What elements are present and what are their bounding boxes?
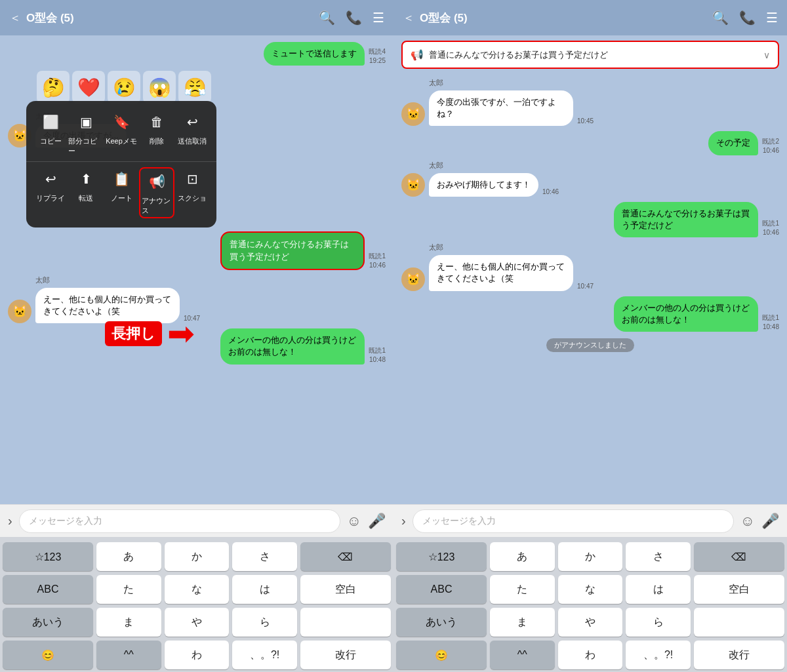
long-press-label: 長押し xyxy=(105,321,162,346)
key-r-punct[interactable]: 、。?! xyxy=(626,641,691,669)
expand-button-right[interactable]: › xyxy=(401,513,406,528)
table-row: 既読1 10:48 メンバーの他の人の分は買うけどお前のは無しな！ xyxy=(401,296,779,332)
key-na[interactable]: な xyxy=(165,575,230,604)
key-backspace[interactable]: ⌫ xyxy=(300,542,391,571)
bubble: その予定 xyxy=(708,131,758,155)
mic-button-right[interactable]: 🎤 xyxy=(761,513,779,530)
ctx-keep[interactable]: 🔖 Keepメモ xyxy=(104,110,139,156)
key-r-aiu[interactable]: あいう xyxy=(396,608,487,637)
announce-bar-text: 普通にみんなで分けるお菓子は買う予定だけど xyxy=(429,49,758,61)
key-abc[interactable]: ABC xyxy=(3,575,93,604)
ctx-forward[interactable]: ⬆ 転送 xyxy=(68,167,104,218)
phone-icon-right[interactable]: 📞 xyxy=(739,10,756,26)
msg-meta: 既読1 10:48 xyxy=(762,313,779,332)
key-enter-placeholder[interactable] xyxy=(300,608,391,637)
key-ha[interactable]: は xyxy=(232,575,297,604)
right-keyboard: ☆123 あ か さ ⌫ ABC た な は 空白 あいう ま や ら 😊 ^^… xyxy=(394,537,787,672)
msg-meta: 既読1 10:48 xyxy=(369,346,386,365)
key-r-a[interactable]: あ xyxy=(490,542,555,571)
table-row: 🐱 太郎 えー、他にも個人的に何か買ってきてくださいよ（笑 10:47 xyxy=(8,275,386,323)
right-input-bar: › メッセージを入力 ☺ 🎤 xyxy=(394,504,787,537)
key-r-space[interactable]: 空白 xyxy=(694,575,784,604)
announce-bar[interactable]: 📢 普通にみんなで分けるお菓子は買う予定だけど ∨ xyxy=(401,41,779,69)
ctx-screenshot[interactable]: ⊡ スクショ xyxy=(174,167,210,218)
key-r-na[interactable]: な xyxy=(558,575,623,604)
key-r-ka[interactable]: か xyxy=(558,542,623,571)
key-ta[interactable]: た xyxy=(96,575,161,604)
sticker: 😤 xyxy=(178,71,211,104)
bubble: 今度の出張ですが、一泊ですよね？ xyxy=(429,90,573,126)
key-r-123[interactable]: ☆123 xyxy=(396,542,487,571)
table-row: 既読2 10:46 その予定 xyxy=(401,131,779,155)
key-r-enter[interactable]: 改行 xyxy=(694,641,784,669)
menu-icon[interactable]: ☰ xyxy=(373,10,384,26)
key-space[interactable]: 空白 xyxy=(300,575,391,604)
key-r-ta[interactable]: た xyxy=(490,575,555,604)
key-r-wa[interactable]: わ xyxy=(558,641,623,669)
key-aiu[interactable]: あいう xyxy=(3,608,93,637)
key-123[interactable]: ☆123 xyxy=(3,542,93,571)
table-row: 🐱 太郎 おみやげ期待してます！ 10:46 xyxy=(401,161,779,197)
kb-row-1: ☆123 あ か さ ⌫ xyxy=(3,542,391,571)
ctx-unsend[interactable]: ↩ 送信取消 xyxy=(174,110,210,156)
back-button[interactable]: ＜ xyxy=(9,10,21,26)
ctx-note[interactable]: 📋 ノート xyxy=(104,167,139,218)
mic-button[interactable]: 🎤 xyxy=(368,513,386,530)
note-icon: 📋 xyxy=(110,167,133,191)
key-r-ya[interactable]: や xyxy=(558,608,623,637)
key-ka[interactable]: か xyxy=(165,542,230,571)
menu-icon-right[interactable]: ☰ xyxy=(766,10,778,26)
sticker-row: 🤔 ❤️ 😢 😱 😤 xyxy=(8,71,386,104)
key-r-abc[interactable]: ABC xyxy=(396,575,487,604)
key-hat[interactable]: ^^ xyxy=(96,641,161,669)
ctx-delete[interactable]: 🗑 削除 xyxy=(139,110,174,156)
sender-name: 太郎 xyxy=(429,243,594,252)
search-icon-right[interactable]: 🔍 xyxy=(712,10,729,26)
ctx-partial-copy[interactable]: ▣ 部分コピー xyxy=(68,110,104,156)
key-r-ma[interactable]: ま xyxy=(490,608,555,637)
ctx-copy[interactable]: ⬜ コピー xyxy=(33,110,68,156)
screenshot-icon: ⊡ xyxy=(180,167,204,191)
key-ma[interactable]: ま xyxy=(96,608,161,637)
key-r-hat[interactable]: ^^ xyxy=(490,641,555,669)
sticker: 🤔 xyxy=(37,71,70,104)
expand-button[interactable]: › xyxy=(8,513,12,528)
phone-icon[interactable]: 📞 xyxy=(346,10,362,26)
copy-icon: ⬜ xyxy=(39,110,62,134)
key-a[interactable]: あ xyxy=(96,542,161,571)
emoji-button[interactable]: ☺ xyxy=(347,513,361,530)
unsend-icon: ↩ xyxy=(180,110,204,134)
key-punct[interactable]: 、。?! xyxy=(232,641,297,669)
chat-title: O型会 (5) xyxy=(26,10,313,26)
left-message-input[interactable]: メッセージを入力 xyxy=(19,509,340,533)
key-emoji[interactable]: 😊 xyxy=(3,641,93,669)
key-ra[interactable]: ら xyxy=(232,608,297,637)
key-enter[interactable]: 改行 xyxy=(300,641,391,669)
key-r-emoji[interactable]: 😊 xyxy=(396,641,487,669)
key-wa[interactable]: わ xyxy=(165,641,230,669)
ctx-announce[interactable]: 📢 アナウンス xyxy=(139,167,174,218)
key-r-sa[interactable]: さ xyxy=(626,542,691,571)
announced-badge: がアナウンスしました xyxy=(546,338,634,352)
key-r-ra[interactable]: ら xyxy=(626,608,691,637)
key-sa[interactable]: さ xyxy=(232,542,297,571)
search-icon[interactable]: 🔍 xyxy=(319,10,335,26)
table-row: 🐱 太郎 えー、他にも個人的に何か買ってきてくださいよ（笑 10:47 xyxy=(401,243,779,290)
left-keyboard: ☆123 あ か さ ⌫ ABC た な は 空白 あいう ま や ら 😊 ^^… xyxy=(0,537,394,672)
bubble: えー、他にも個人的に何か買ってきてくださいよ（笑 xyxy=(429,255,573,290)
left-chat-area: 既読4 19:25 ミュートで送信します 🤔 ❤️ 😢 😱 😤 🐱 太郎 今度の… xyxy=(0,35,394,504)
msg-meta: 既読1 10:46 xyxy=(762,219,779,237)
keep-icon: 🔖 xyxy=(110,110,133,134)
key-ya[interactable]: や xyxy=(165,608,230,637)
emoji-button-right[interactable]: ☺ xyxy=(740,513,755,530)
right-message-input[interactable]: メッセージを入力 xyxy=(413,509,734,533)
ctx-reply[interactable]: ↩ リプライ xyxy=(33,167,68,218)
kb-row-3: あいう ま や ら xyxy=(3,608,391,637)
key-r-backspace[interactable]: ⌫ xyxy=(694,542,784,571)
key-r-ha[interactable]: は xyxy=(626,575,691,604)
right-header: ＜ O型会 (5) 🔍 📞 ☰ xyxy=(394,0,787,35)
right-panel: ＜ O型会 (5) 🔍 📞 ☰ 📢 普通にみんなで分けるお菓子は買う予定だけど … xyxy=(394,0,787,672)
key-r-enter-ph[interactable] xyxy=(694,608,784,637)
back-button-right[interactable]: ＜ xyxy=(403,10,414,26)
header-icons: 🔍 📞 ☰ xyxy=(319,10,384,26)
